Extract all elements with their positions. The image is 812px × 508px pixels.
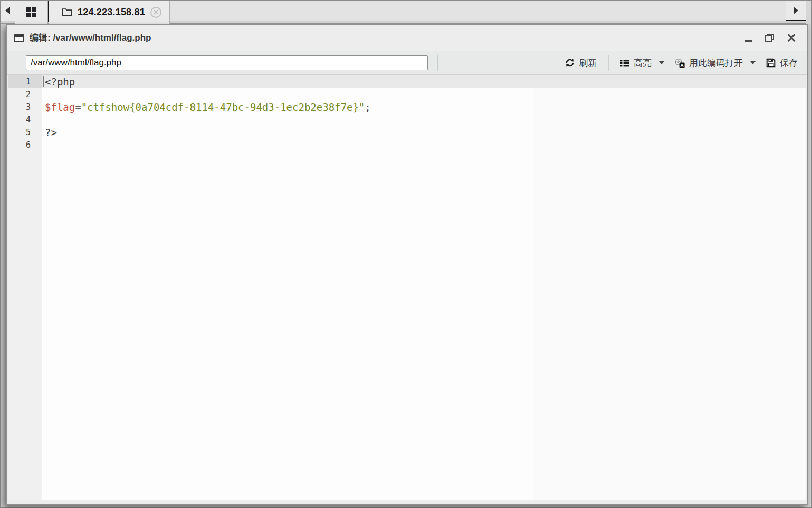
refresh-label: 刷新 — [579, 57, 597, 69]
line-number: 1 — [8, 75, 42, 88]
minimize-icon[interactable] — [745, 40, 752, 42]
highlight-dropdown-icon[interactable] — [659, 61, 664, 64]
tab-close-icon[interactable] — [150, 7, 161, 18]
code-line-5: ?> — [42, 126, 806, 139]
save-icon — [766, 58, 776, 68]
assign-operator: = — [75, 101, 81, 113]
refresh-button[interactable]: 刷新 — [565, 57, 597, 69]
code-line-4 — [42, 113, 806, 126]
window-icon — [14, 34, 24, 42]
line-number: 6 — [8, 139, 42, 151]
folder-icon — [62, 8, 72, 16]
screen: 124.223.158.81 编辑: /var/www/html/flag.ph… — [0, 0, 812, 508]
line-number-gutter: 1 2 3 4 5 6 — [8, 75, 42, 500]
tab-home-grid[interactable] — [15, 1, 48, 24]
encoding-dropdown-icon[interactable] — [750, 61, 756, 64]
save-button[interactable]: 保存 — [766, 57, 798, 69]
left-arrow-icon — [5, 7, 10, 14]
code-content[interactable]: <?php $flag="ctfshow{0a704cdf-8114-47bc-… — [42, 75, 806, 500]
open-with-encoding-label: 用此编码打开 — [689, 57, 743, 69]
grid-icon — [26, 7, 36, 17]
php-close-tag: ?> — [45, 127, 57, 138]
semicolon: ; — [365, 101, 370, 113]
flag-string-value: "ctfshow{0a704cdf-8114-47bc-94d3-1ec2b2e… — [81, 101, 365, 113]
restore-icon[interactable] — [765, 34, 774, 42]
line-number: 2 — [8, 88, 42, 101]
window-controls — [745, 25, 796, 51]
tab-scroll-left-button[interactable] — [1, 1, 15, 21]
code-editor[interactable]: 1 2 3 4 5 6 <?php $flag="ctfshow{0a704cd… — [8, 75, 806, 500]
file-path-input[interactable] — [26, 55, 428, 70]
line-number: 3 — [8, 101, 42, 113]
flag-variable: $flag — [45, 101, 75, 113]
editor-toolbar: 刷新 高亮 A — [7, 51, 807, 75]
encoding-icon: A — [675, 58, 685, 68]
list-icon — [620, 59, 629, 67]
save-label: 保存 — [780, 57, 798, 69]
tab-scroll-right-button[interactable] — [786, 1, 806, 21]
toolbar-separator — [437, 55, 438, 71]
svg-text:A: A — [681, 62, 684, 68]
open-with-encoding-button[interactable]: A 用此编码打开 — [675, 57, 743, 69]
toolbar-separator — [608, 55, 609, 71]
browser-tab-bar: 124.223.158.81 — [1, 1, 811, 24]
tab-file-manager[interactable]: 124.223.158.81 — [49, 1, 170, 24]
dialog-title: 编辑: /var/www/html/flag.php — [30, 32, 151, 44]
highlight-button[interactable]: 高亮 — [620, 57, 652, 69]
right-arrow-icon — [794, 7, 798, 14]
tab-bar-edge — [806, 1, 811, 24]
code-line-6 — [42, 139, 806, 151]
tab-label: 124.223.158.81 — [78, 7, 145, 18]
highlight-label: 高亮 — [634, 57, 652, 69]
close-icon[interactable] — [787, 34, 796, 42]
php-open-tag: <?php — [45, 76, 75, 88]
dialog-title-bar: 编辑: /var/www/html/flag.php — [7, 25, 807, 51]
tab-bar-empty-area — [170, 1, 786, 21]
toolbar-buttons: 刷新 高亮 A — [565, 51, 798, 74]
code-line-1: <?php — [42, 75, 806, 88]
line-number: 5 — [8, 126, 42, 139]
refresh-icon — [565, 58, 575, 68]
line-number: 4 — [8, 113, 42, 126]
code-line-3: $flag="ctfshow{0a704cdf-8114-47bc-94d3-1… — [42, 101, 806, 113]
editor-dialog: 编辑: /var/www/html/flag.php 刷新 — [6, 24, 808, 505]
code-line-2 — [42, 88, 806, 101]
